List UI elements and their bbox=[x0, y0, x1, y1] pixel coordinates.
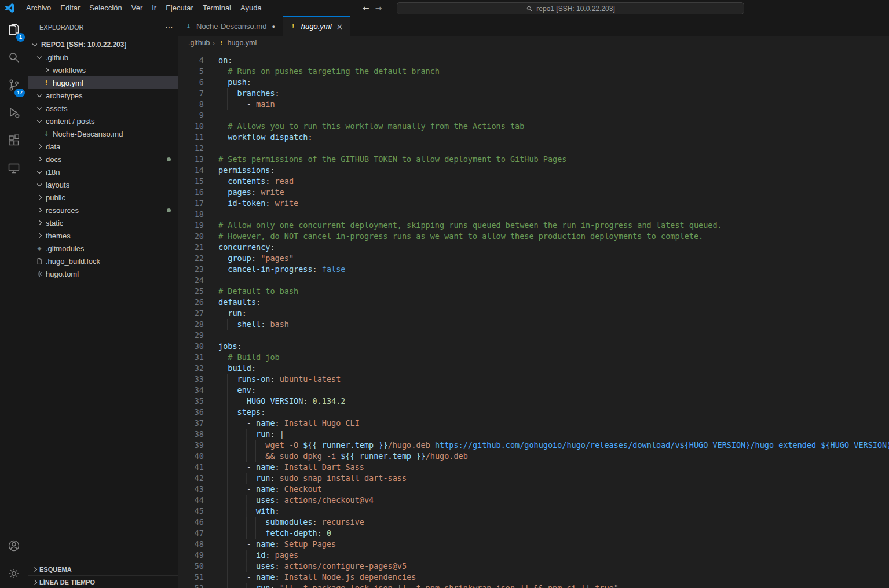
tree-file-hugo-toml[interactable]: hugo.toml bbox=[28, 267, 178, 280]
tree-file-hugo-yml[interactable]: !hugo.yml bbox=[28, 76, 178, 89]
menu-item-archivo[interactable]: Archivo bbox=[21, 0, 56, 16]
code-line[interactable]: 45with: bbox=[178, 506, 889, 517]
code-line[interactable]: 27run: bbox=[178, 308, 889, 319]
code-line[interactable]: 32build: bbox=[178, 363, 889, 374]
tree-folder-assets[interactable]: assets bbox=[28, 102, 178, 115]
activity-bar-item-account[interactable] bbox=[0, 532, 28, 560]
code-line[interactable]: 35HUGO_VERSION: 0.134.2 bbox=[178, 396, 889, 407]
code-line[interactable]: 8- main bbox=[178, 99, 889, 110]
token-p: : bbox=[228, 56, 232, 65]
tree-folder-docs[interactable]: docs bbox=[28, 153, 178, 166]
activity-bar-item-run-debug[interactable] bbox=[0, 100, 28, 127]
code-line[interactable]: 51- name: Install Node.js dependencies bbox=[178, 572, 889, 583]
code-line[interactable]: 10# Allows you to run this workflow manu… bbox=[178, 121, 889, 132]
code-line[interactable]: 5# Runs on pushes targeting the default … bbox=[178, 66, 889, 77]
code-line[interactable]: 17id-token: write bbox=[178, 198, 889, 209]
token-s: "pages" bbox=[261, 253, 294, 263]
tree-file--hugo-build-lock[interactable]: .hugo_build.lock bbox=[28, 255, 178, 267]
code-line[interactable]: 33runs-on: ubuntu-latest bbox=[178, 374, 889, 385]
code-line[interactable]: 13# Sets permissions of the GITHUB_TOKEN… bbox=[178, 154, 889, 165]
code-line[interactable]: 41- name: Install Dart Sass bbox=[178, 462, 889, 473]
code-line[interactable]: 7branches: bbox=[178, 88, 889, 99]
tree-folder-content-posts[interactable]: content / posts bbox=[28, 115, 178, 127]
code-line[interactable]: 14permissions: bbox=[178, 165, 889, 176]
code-line[interactable]: 40&& sudo dpkg -i ${{ runner.temp }}/hug… bbox=[178, 451, 889, 462]
code-line[interactable]: 46submodules: recursive bbox=[178, 517, 889, 528]
activity-bar-item-source-control[interactable]: 17 bbox=[0, 72, 28, 100]
code-line[interactable]: 29 bbox=[178, 330, 889, 341]
tree-folder--github[interactable]: .github bbox=[28, 51, 178, 64]
tree-folder-themes[interactable]: themes bbox=[28, 229, 178, 242]
code-line[interactable]: 38run: | bbox=[178, 429, 889, 440]
menu-item-terminal[interactable]: Terminal bbox=[198, 0, 236, 16]
menu-item-ir[interactable]: Ir bbox=[147, 0, 161, 16]
code-line[interactable]: 49id: pages bbox=[178, 550, 889, 561]
code-line[interactable]: 23cancel-in-progress: false bbox=[178, 264, 889, 275]
tree-file-noche-descanso-md[interactable]: ↓Noche-Descanso.md bbox=[28, 127, 178, 140]
code-line[interactable]: 34env: bbox=[178, 385, 889, 396]
code-editor[interactable]: 4on:5# Runs on pushes targeting the defa… bbox=[178, 49, 889, 588]
code-line[interactable]: 26defaults: bbox=[178, 297, 889, 308]
menu-item-selección[interactable]: Selección bbox=[85, 0, 126, 16]
tab-hugo.yml[interactable]: !hugo.yml× bbox=[283, 16, 350, 36]
code-line[interactable]: 21concurrency: bbox=[178, 242, 889, 253]
code-line[interactable]: 6push: bbox=[178, 77, 889, 88]
code-line[interactable]: 25# Default to bash bbox=[178, 286, 889, 297]
code-line[interactable]: 43- name: Checkout bbox=[178, 484, 889, 495]
menu-item-ayuda[interactable]: Ayuda bbox=[236, 0, 266, 16]
code-line[interactable]: 30jobs: bbox=[178, 341, 889, 352]
indent-guide bbox=[218, 176, 228, 187]
menu-item-editar[interactable]: Editar bbox=[56, 0, 85, 16]
tree-folder-resources[interactable]: resources bbox=[28, 204, 178, 216]
activity-bar-item-search[interactable] bbox=[0, 44, 28, 72]
breadcrumb-item[interactable]: .github bbox=[188, 39, 210, 47]
code-line[interactable]: 52run: "[[ -f package-lock.json || -f np… bbox=[178, 583, 889, 588]
tab-noche-descanso.md[interactable]: ↓Noche-Descanso.md● bbox=[178, 16, 283, 36]
code-line[interactable]: 37- name: Install Hugo CLI bbox=[178, 418, 889, 429]
code-line[interactable]: 39wget -O ${{ runner.temp }}/hugo.deb ht… bbox=[178, 440, 889, 451]
code-line[interactable]: 15contents: read bbox=[178, 176, 889, 187]
code-line[interactable]: 24 bbox=[178, 275, 889, 286]
code-line[interactable]: 28shell: bash bbox=[178, 319, 889, 330]
code-line[interactable]: 19# Allow only one concurrent deployment… bbox=[178, 220, 889, 231]
code-line[interactable]: 9 bbox=[178, 110, 889, 121]
activity-bar-item-extensions[interactable] bbox=[0, 127, 28, 155]
code-line[interactable]: 47fetch-depth: 0 bbox=[178, 528, 889, 539]
tree-folder-public[interactable]: public bbox=[28, 191, 178, 204]
close-icon[interactable]: × bbox=[335, 22, 345, 31]
menu-item-ejecutar[interactable]: Ejecutar bbox=[161, 0, 198, 16]
code-line[interactable]: 42run: sudo snap install dart-sass bbox=[178, 473, 889, 484]
code-line[interactable]: 31# Build job bbox=[178, 352, 889, 363]
tree-folder-layouts[interactable]: layouts bbox=[28, 178, 178, 191]
tree-folder-static[interactable]: static bbox=[28, 216, 178, 229]
tree-folder-data[interactable]: data bbox=[28, 140, 178, 153]
tree-root-folder[interactable]: REPO1 [SSH: 10.0.22.203] bbox=[28, 38, 178, 51]
code-line[interactable]: 4on: bbox=[178, 55, 889, 66]
activity-bar-item-explorer[interactable]: 1 bbox=[0, 16, 28, 44]
tree-folder-workflows[interactable]: workflows bbox=[28, 64, 178, 76]
tree-folder-i18n[interactable]: i18n bbox=[28, 166, 178, 178]
code-line[interactable]: 12 bbox=[178, 143, 889, 154]
go-back-button[interactable]: ← bbox=[363, 3, 369, 13]
command-center-search[interactable]: repo1 [SSH: 10.0.22.203] bbox=[397, 2, 744, 14]
breadcrumb-item[interactable]: !hugo.yml bbox=[218, 39, 257, 47]
go-forward-button[interactable]: → bbox=[375, 3, 382, 13]
tree-file--gitmodules[interactable]: ◆.gitmodules bbox=[28, 242, 178, 255]
panel-header-l-nea-de-tiempo[interactable]: LÍNEA DE TIEMPO bbox=[28, 575, 178, 588]
tree-folder-archetypes[interactable]: archetypes bbox=[28, 89, 178, 102]
code-line[interactable]: 18 bbox=[178, 209, 889, 220]
more-actions-icon[interactable]: ⋯ bbox=[165, 23, 173, 32]
code-line[interactable]: 11workflow_dispatch: bbox=[178, 132, 889, 143]
indent-guide bbox=[218, 473, 256, 484]
code-line[interactable]: 50uses: actions/configure-pages@v5 bbox=[178, 561, 889, 572]
code-line[interactable]: 16pages: write bbox=[178, 187, 889, 198]
code-line[interactable]: 22group: "pages" bbox=[178, 253, 889, 264]
menu-item-ver[interactable]: Ver bbox=[127, 0, 148, 16]
code-line[interactable]: 48- name: Setup Pages bbox=[178, 539, 889, 550]
activity-bar-item-settings[interactable] bbox=[0, 560, 28, 588]
code-line[interactable]: 20# However, do NOT cancel in-progress r… bbox=[178, 231, 889, 242]
activity-bar-item-remote-explorer[interactable] bbox=[0, 155, 28, 183]
code-line[interactable]: 44uses: actions/checkout@v4 bbox=[178, 495, 889, 506]
code-line[interactable]: 36steps: bbox=[178, 407, 889, 418]
panel-header-esquema[interactable]: ESQUEMA bbox=[28, 563, 178, 575]
